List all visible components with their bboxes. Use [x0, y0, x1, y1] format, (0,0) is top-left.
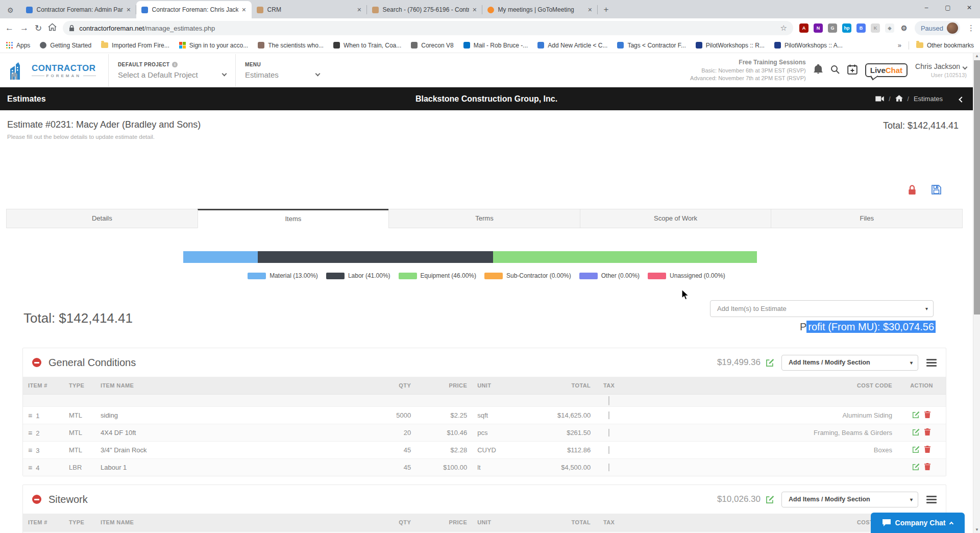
browser-tab[interactable]: CRM✕ — [252, 1, 367, 18]
bookmark-item[interactable]: Corecon V8 — [411, 42, 453, 49]
page-scrollbar[interactable]: ▲ ▼ — [973, 53, 980, 533]
collapse-section-icon[interactable] — [32, 358, 41, 367]
tab-scope-of-work[interactable]: Scope of Work — [580, 209, 772, 228]
scroll-down-icon[interactable]: ▼ — [973, 527, 980, 532]
bookmark-item[interactable]: Imported From Fire... — [101, 42, 169, 49]
tab-close-icon[interactable]: ✕ — [587, 7, 592, 13]
add-items-to-estimate-select[interactable]: Add Item(s) to Estimate — [710, 300, 934, 317]
drag-handle-icon[interactable]: ≡ — [28, 429, 32, 437]
edit-section-amount-icon[interactable] — [766, 495, 774, 504]
home-breadcrumb-icon[interactable] — [895, 94, 903, 104]
scrollbar-thumb[interactable] — [974, 60, 980, 314]
back-icon[interactable]: ← — [5, 23, 14, 33]
browser-tab[interactable]: Contractor Foreman: Chris Jacks✕ — [136, 1, 252, 18]
item-total: $4,500.00 — [519, 464, 596, 471]
tab-files[interactable]: Files — [771, 209, 963, 228]
collapse-panel-icon[interactable] — [960, 94, 964, 104]
notifications-bell-icon[interactable] — [814, 64, 823, 76]
bookmark-item[interactable]: Getting Started — [40, 42, 91, 49]
edit-section-amount-icon[interactable] — [766, 358, 774, 367]
calendar-add-icon[interactable] — [847, 64, 857, 77]
bookmark-item[interactable]: PilotWorkshops :: A... — [774, 42, 843, 49]
tab-close-icon[interactable]: ✕ — [241, 7, 246, 13]
close-button[interactable]: ✕ — [959, 0, 980, 15]
url-bar[interactable]: contractorforeman.net/manage_estimates.p… — [63, 21, 793, 35]
default-project-dropdown[interactable]: DEFAULT PROJECT Select a Default Project — [109, 62, 235, 79]
delete-item-icon[interactable] — [924, 463, 930, 472]
user-menu[interactable]: Chris Jackson User (102513) — [915, 62, 967, 79]
table-row: ≡2MTL4X4 DF 10ft20$10.46pcs$261.50Framin… — [23, 424, 946, 441]
bookmark-star-icon[interactable]: ☆ — [780, 23, 787, 33]
edit-item-icon[interactable] — [912, 446, 920, 455]
browser-menu-icon[interactable]: ⋮ — [967, 23, 975, 33]
edit-item-icon[interactable] — [912, 463, 920, 472]
bookmark-item[interactable]: The scientists who... — [258, 42, 324, 49]
bookmark-item[interactable]: Mail - Rob Bruce -... — [463, 42, 528, 49]
legend-item: Sub-Contractor (0.00%) — [484, 272, 571, 279]
blue-card-extension-icon[interactable]: B — [856, 23, 866, 33]
section-menu-icon[interactable] — [926, 496, 937, 503]
add-items-modify-section-select[interactable]: Add Items / Modify Section — [781, 355, 918, 371]
tab-close-icon[interactable]: ✕ — [357, 7, 361, 13]
tax-checkbox[interactable] — [608, 464, 609, 471]
bookmark-item[interactable]: When to Train, Coa... — [333, 42, 401, 49]
maximize-button[interactable]: ▢ — [937, 0, 959, 15]
delete-item-icon[interactable] — [924, 411, 930, 420]
adobe-acrobat-extension-icon[interactable]: A — [799, 23, 808, 33]
edit-item-icon[interactable] — [912, 411, 920, 420]
hp-extension-icon[interactable]: hp — [842, 23, 851, 33]
browser-tab[interactable]: Contractor Foreman: Admin Pane✕ — [21, 1, 136, 18]
gear-icon[interactable]: ⚙ — [7, 6, 14, 14]
delete-item-icon[interactable] — [924, 446, 930, 454]
tab-terms[interactable]: Terms — [388, 209, 580, 228]
tab-close-icon[interactable]: ✕ — [472, 7, 477, 13]
browser-tab[interactable]: My meetings | GoToMeeting✕ — [482, 1, 598, 18]
delete-item-icon[interactable] — [924, 428, 930, 437]
profile-pill[interactable]: Paused — [915, 21, 960, 35]
dropbox-extension-icon[interactable]: ◆ — [885, 23, 894, 33]
livechat-button[interactable]: LiveChat — [865, 63, 908, 77]
add-items-modify-section-select[interactable]: Add Items / Modify Section — [781, 492, 918, 507]
bookmark-item[interactable]: PilotWorkshops :: R... — [696, 42, 765, 49]
extensions-gear-icon[interactable]: ⚙ — [899, 23, 909, 33]
save-icon[interactable] — [932, 185, 941, 197]
menu-dropdown[interactable]: MENU Estimates — [236, 62, 329, 79]
section-menu-icon[interactable] — [926, 359, 937, 367]
select-all-tax-checkbox[interactable] — [608, 396, 609, 405]
tab-close-icon[interactable]: ✕ — [126, 7, 131, 13]
tab-items[interactable]: Items — [198, 209, 389, 228]
column-header: ITEM # — [23, 382, 64, 389]
tax-checkbox[interactable] — [608, 411, 609, 419]
drag-handle-icon[interactable]: ≡ — [28, 464, 32, 472]
forward-icon[interactable]: → — [20, 23, 29, 33]
tab-details[interactable]: Details — [6, 209, 198, 228]
onenote-extension-icon[interactable]: N — [814, 23, 823, 33]
lock-icon[interactable] — [908, 185, 916, 197]
g-suite-extension-icon[interactable]: G — [828, 23, 837, 33]
minimize-button[interactable]: – — [916, 0, 937, 15]
video-tutorial-icon[interactable] — [875, 94, 884, 104]
legend-swatch — [484, 273, 503, 279]
k-extension-icon[interactable]: K — [871, 23, 880, 33]
company-chat-button[interactable]: Company Chat — [871, 513, 965, 533]
browser-tab[interactable]: Search - (760) 275-6196 - Contra✕ — [367, 1, 482, 18]
tax-checkbox[interactable] — [608, 429, 609, 437]
reload-icon[interactable]: ↻ — [35, 23, 42, 34]
home-icon[interactable] — [48, 23, 57, 34]
search-icon[interactable] — [830, 65, 840, 76]
bookmarks-overflow-icon[interactable]: » — [898, 41, 901, 49]
drag-handle-icon[interactable]: ≡ — [28, 411, 32, 420]
contractor-foreman-logo[interactable]: CONTRACTOR FOREMAN — [0, 61, 108, 80]
chevron-down-icon — [315, 71, 321, 77]
bookmark-item[interactable]: Tags < Contractor F... — [617, 42, 685, 49]
tax-checkbox[interactable] — [608, 446, 609, 454]
new-tab-button[interactable]: + — [604, 5, 609, 15]
collapse-section-icon[interactable] — [32, 495, 41, 504]
apps-shortcut[interactable]: Apps — [6, 42, 30, 49]
bookmark-item[interactable]: Add New Article < C... — [537, 42, 607, 49]
drag-handle-icon[interactable]: ≡ — [28, 446, 32, 454]
other-bookmarks[interactable]: Other bookmarks — [916, 42, 974, 49]
scroll-up-icon[interactable]: ▲ — [973, 54, 980, 58]
bookmark-item[interactable]: Sign in to your acco... — [179, 42, 248, 49]
edit-item-icon[interactable] — [912, 428, 920, 438]
